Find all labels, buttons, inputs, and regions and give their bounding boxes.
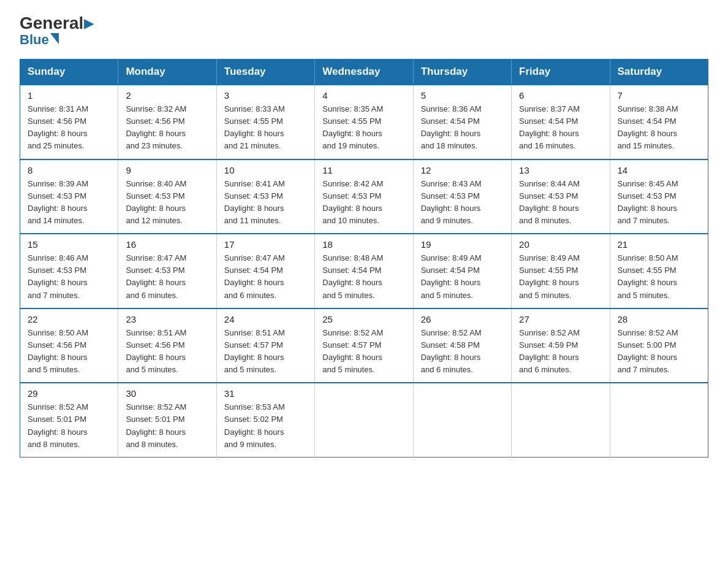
day-number: 25 [322, 314, 405, 324]
day-info: Sunrise: 8:52 AMSunset: 5:00 PMDaylight:… [618, 327, 700, 377]
day-info: Sunrise: 8:33 AMSunset: 4:55 PMDaylight:… [224, 103, 307, 153]
day-info: Sunrise: 8:43 AMSunset: 4:53 PMDaylight:… [421, 178, 504, 228]
day-number: 15 [28, 239, 110, 250]
day-info: Sunrise: 8:49 AMSunset: 4:54 PMDaylight:… [421, 252, 504, 302]
calendar-cell [610, 383, 708, 457]
day-info: Sunrise: 8:38 AMSunset: 4:54 PMDaylight:… [618, 103, 700, 153]
logo-general-text: General▶ [20, 15, 93, 32]
day-info: Sunrise: 8:40 AMSunset: 4:53 PMDaylight:… [126, 178, 208, 228]
day-info: Sunrise: 8:52 AMSunset: 4:58 PMDaylight:… [421, 327, 504, 377]
col-header-saturday: Saturday [610, 59, 708, 85]
logo-triangle-icon [50, 33, 59, 44]
day-number: 26 [421, 314, 504, 324]
day-info: Sunrise: 8:39 AMSunset: 4:53 PMDaylight:… [28, 178, 110, 228]
day-number: 17 [224, 239, 307, 250]
day-info: Sunrise: 8:52 AMSunset: 4:57 PMDaylight:… [322, 327, 405, 377]
calendar-cell [512, 383, 610, 457]
day-info: Sunrise: 8:45 AMSunset: 4:53 PMDaylight:… [618, 178, 700, 228]
day-info: Sunrise: 8:35 AMSunset: 4:55 PMDaylight:… [322, 103, 405, 153]
calendar-cell: 21Sunrise: 8:50 AMSunset: 4:55 PMDayligh… [610, 234, 708, 308]
col-header-thursday: Thursday [413, 59, 511, 85]
calendar-week-row: 15Sunrise: 8:46 AMSunset: 4:53 PMDayligh… [20, 234, 708, 308]
day-number: 4 [322, 90, 405, 101]
calendar-cell: 23Sunrise: 8:51 AMSunset: 4:56 PMDayligh… [118, 308, 216, 383]
calendar-cell: 3Sunrise: 8:33 AMSunset: 4:55 PMDaylight… [216, 85, 314, 159]
col-header-tuesday: Tuesday [216, 59, 314, 85]
day-info: Sunrise: 8:51 AMSunset: 4:56 PMDaylight:… [126, 327, 208, 377]
calendar-week-row: 8Sunrise: 8:39 AMSunset: 4:53 PMDaylight… [20, 159, 708, 234]
day-info: Sunrise: 8:44 AMSunset: 4:53 PMDaylight:… [519, 178, 602, 228]
calendar-cell: 8Sunrise: 8:39 AMSunset: 4:53 PMDaylight… [20, 159, 118, 234]
calendar-cell: 11Sunrise: 8:42 AMSunset: 4:53 PMDayligh… [315, 159, 413, 234]
calendar-cell: 2Sunrise: 8:32 AMSunset: 4:56 PMDaylight… [118, 85, 216, 159]
col-header-wednesday: Wednesday [315, 59, 413, 85]
calendar-cell: 17Sunrise: 8:47 AMSunset: 4:54 PMDayligh… [216, 234, 314, 308]
calendar-week-row: 29Sunrise: 8:52 AMSunset: 5:01 PMDayligh… [20, 383, 708, 457]
calendar-cell: 27Sunrise: 8:52 AMSunset: 4:59 PMDayligh… [512, 308, 610, 383]
calendar-cell: 30Sunrise: 8:52 AMSunset: 5:01 PMDayligh… [118, 383, 216, 457]
day-info: Sunrise: 8:52 AMSunset: 4:59 PMDaylight:… [519, 327, 602, 377]
calendar-cell [413, 383, 511, 457]
day-number: 8 [28, 165, 110, 175]
day-number: 10 [224, 165, 307, 175]
day-info: Sunrise: 8:36 AMSunset: 4:54 PMDaylight:… [421, 103, 504, 153]
col-header-sunday: Sunday [20, 59, 118, 85]
day-number: 2 [126, 90, 208, 101]
calendar-cell: 6Sunrise: 8:37 AMSunset: 4:54 PMDaylight… [512, 85, 610, 159]
day-number: 14 [618, 165, 700, 175]
day-number: 21 [618, 239, 700, 250]
day-number: 19 [421, 239, 504, 250]
day-number: 1 [28, 90, 110, 101]
calendar-cell: 9Sunrise: 8:40 AMSunset: 4:53 PMDaylight… [118, 159, 216, 234]
day-info: Sunrise: 8:31 AMSunset: 4:56 PMDaylight:… [28, 103, 110, 153]
calendar-cell: 5Sunrise: 8:36 AMSunset: 4:54 PMDaylight… [413, 85, 511, 159]
day-number: 24 [224, 314, 307, 324]
calendar-cell: 18Sunrise: 8:48 AMSunset: 4:54 PMDayligh… [315, 234, 413, 308]
calendar-cell: 4Sunrise: 8:35 AMSunset: 4:55 PMDaylight… [315, 85, 413, 159]
day-info: Sunrise: 8:32 AMSunset: 4:56 PMDaylight:… [126, 103, 208, 153]
day-info: Sunrise: 8:52 AMSunset: 5:01 PMDaylight:… [28, 401, 110, 451]
calendar-cell: 26Sunrise: 8:52 AMSunset: 4:58 PMDayligh… [413, 308, 511, 383]
calendar-cell: 29Sunrise: 8:52 AMSunset: 5:01 PMDayligh… [20, 383, 118, 457]
day-info: Sunrise: 8:42 AMSunset: 4:53 PMDaylight:… [322, 178, 405, 228]
calendar-header-row: SundayMondayTuesdayWednesdayThursdayFrid… [20, 59, 708, 85]
calendar-cell: 15Sunrise: 8:46 AMSunset: 4:53 PMDayligh… [20, 234, 118, 308]
day-info: Sunrise: 8:49 AMSunset: 4:55 PMDaylight:… [519, 252, 602, 302]
day-number: 6 [519, 90, 602, 101]
calendar-cell: 1Sunrise: 8:31 AMSunset: 4:56 PMDaylight… [20, 85, 118, 159]
day-info: Sunrise: 8:51 AMSunset: 4:57 PMDaylight:… [224, 327, 307, 377]
calendar-cell: 10Sunrise: 8:41 AMSunset: 4:53 PMDayligh… [216, 159, 314, 234]
day-info: Sunrise: 8:46 AMSunset: 4:53 PMDaylight:… [28, 252, 110, 302]
day-number: 12 [421, 165, 504, 175]
day-number: 3 [224, 90, 307, 101]
day-number: 20 [519, 239, 602, 250]
day-info: Sunrise: 8:47 AMSunset: 4:53 PMDaylight:… [126, 252, 208, 302]
calendar-cell: 22Sunrise: 8:50 AMSunset: 4:56 PMDayligh… [20, 308, 118, 383]
day-info: Sunrise: 8:53 AMSunset: 5:02 PMDaylight:… [224, 401, 307, 451]
day-number: 7 [618, 90, 700, 101]
calendar-cell: 13Sunrise: 8:44 AMSunset: 4:53 PMDayligh… [512, 159, 610, 234]
day-info: Sunrise: 8:52 AMSunset: 5:01 PMDaylight:… [126, 401, 208, 451]
day-info: Sunrise: 8:41 AMSunset: 4:53 PMDaylight:… [224, 178, 307, 228]
page-header: General▶ Blue [20, 15, 708, 47]
calendar-cell: 7Sunrise: 8:38 AMSunset: 4:54 PMDaylight… [610, 85, 708, 159]
day-info: Sunrise: 8:48 AMSunset: 4:54 PMDaylight:… [322, 252, 405, 302]
calendar-cell: 20Sunrise: 8:49 AMSunset: 4:55 PMDayligh… [512, 234, 610, 308]
logo-blue-text: Blue [20, 33, 59, 47]
day-number: 13 [519, 165, 602, 175]
day-info: Sunrise: 8:47 AMSunset: 4:54 PMDaylight:… [224, 252, 307, 302]
calendar-cell: 14Sunrise: 8:45 AMSunset: 4:53 PMDayligh… [610, 159, 708, 234]
day-info: Sunrise: 8:50 AMSunset: 4:55 PMDaylight:… [618, 252, 700, 302]
calendar-cell: 16Sunrise: 8:47 AMSunset: 4:53 PMDayligh… [118, 234, 216, 308]
calendar-cell: 24Sunrise: 8:51 AMSunset: 4:57 PMDayligh… [216, 308, 314, 383]
day-info: Sunrise: 8:37 AMSunset: 4:54 PMDaylight:… [519, 103, 602, 153]
logo-arrow-icon: ▶ [84, 17, 93, 30]
day-number: 22 [28, 314, 110, 324]
day-number: 5 [421, 90, 504, 101]
col-header-monday: Monday [118, 59, 216, 85]
day-number: 18 [322, 239, 405, 250]
calendar-cell: 31Sunrise: 8:53 AMSunset: 5:02 PMDayligh… [216, 383, 314, 457]
logo: General▶ Blue [20, 15, 93, 47]
day-number: 9 [126, 165, 208, 175]
day-number: 30 [126, 388, 208, 399]
